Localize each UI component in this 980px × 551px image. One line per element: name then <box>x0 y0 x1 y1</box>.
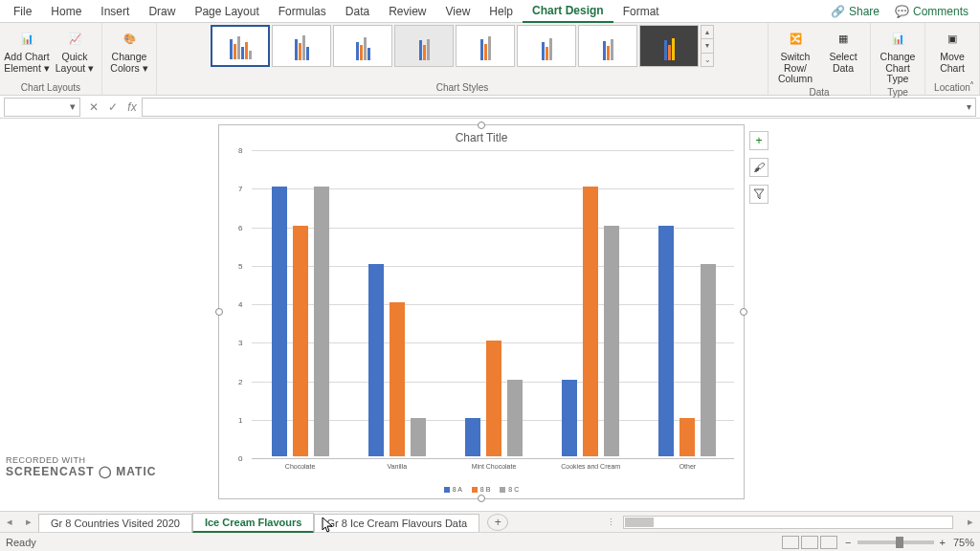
chart-element-icon: 📊 <box>14 29 39 50</box>
gallery-more[interactable]: ⌄ <box>702 54 713 66</box>
status-ready: Ready <box>6 537 36 548</box>
bar-series-0[interactable] <box>562 380 577 457</box>
cancel-formula-button[interactable]: ✕ <box>84 100 103 114</box>
bar-series-2[interactable] <box>507 380 523 457</box>
category-group: Other <box>639 148 736 456</box>
resize-handle-w[interactable] <box>215 308 223 316</box>
resize-handle-n[interactable] <box>478 121 485 129</box>
view-page-layout-button[interactable] <box>801 536 818 549</box>
move-chart-button[interactable]: ▣ Move Chart <box>929 25 975 74</box>
add-chart-element-button[interactable]: 📊 Add Chart Element ▾ <box>4 25 50 74</box>
chart-style-8[interactable] <box>639 25 699 67</box>
sheet-tab-prev[interactable]: Gr 8 Countries Visited 2020 <box>38 514 192 532</box>
share-icon: 🔗 <box>831 5 845 18</box>
enter-formula-button[interactable]: ✓ <box>103 100 122 114</box>
bar-series-2[interactable] <box>701 264 716 456</box>
tab-insert[interactable]: Insert <box>91 1 139 22</box>
chart-plot-area[interactable]: 012345678ChocolateVanillaMint ChocolateC… <box>252 150 734 456</box>
bar-series-0[interactable] <box>658 226 674 457</box>
bar-series-2[interactable] <box>411 418 426 456</box>
change-chart-type-button[interactable]: 📊 Change Chart Type <box>875 25 921 85</box>
tab-help[interactable]: Help <box>479 1 523 22</box>
select-data-button[interactable]: ▦ Select Data <box>820 25 866 74</box>
bar-series-1[interactable] <box>486 341 501 456</box>
tab-nav-next[interactable]: ▸ <box>19 516 38 528</box>
ribbon-tabs: File Home Insert Draw Page Layout Formul… <box>0 0 980 23</box>
add-sheet-button[interactable]: + <box>487 514 508 531</box>
sheet-tab-active[interactable]: Ice Cream Flavours <box>192 513 315 533</box>
change-colors-button[interactable]: 🎨 Change Colors ▾ <box>106 25 152 74</box>
group-label: Chart Styles <box>436 80 488 95</box>
chart-style-6[interactable] <box>517 25 576 67</box>
zoom-in-button[interactable]: + <box>940 537 946 548</box>
bar-series-2[interactable] <box>314 187 329 456</box>
fx-button[interactable]: fx <box>122 100 142 114</box>
tab-view[interactable]: View <box>436 1 480 22</box>
legend-item[interactable]: 8 A <box>444 486 462 493</box>
zoom-level[interactable]: 75% <box>953 537 974 548</box>
worksheet-area[interactable]: + 🖌 Chart Title 012345678ChocolateVanill… <box>0 119 980 511</box>
tab-home[interactable]: Home <box>41 1 91 22</box>
share-button[interactable]: 🔗Share <box>823 5 887 18</box>
view-page-break-button[interactable] <box>820 536 837 549</box>
view-normal-button[interactable] <box>782 536 799 549</box>
tab-page-layout[interactable]: Page Layout <box>185 1 268 22</box>
collapse-ribbon-button[interactable]: ˄ <box>969 80 974 91</box>
bar-series-0[interactable] <box>368 264 384 456</box>
tab-split[interactable]: ⋮ <box>607 518 615 527</box>
group-chart-styles: ▴ ▾ ⌄ Chart Styles <box>157 23 768 95</box>
bar-series-0[interactable] <box>465 418 480 456</box>
tab-formulas[interactable]: Formulas <box>269 1 336 22</box>
gallery-down[interactable]: ▾ <box>702 39 713 53</box>
gallery-up[interactable]: ▴ <box>702 26 713 39</box>
resize-handle-s[interactable] <box>478 495 485 502</box>
chart-style-4[interactable] <box>394 25 454 67</box>
tab-nav-prev[interactable]: ◂ <box>0 516 19 528</box>
group-label: Chart Layouts <box>21 80 80 95</box>
chart-elements-button[interactable]: + <box>749 131 768 150</box>
bar-series-1[interactable] <box>583 187 598 456</box>
gallery-nav: ▴ ▾ ⌄ <box>701 25 714 67</box>
switch-row-column-button[interactable]: 🔀 Switch Row/ Column <box>772 25 818 85</box>
bar-series-1[interactable] <box>390 302 405 456</box>
legend-item[interactable]: 8 C <box>500 486 519 493</box>
bar-series-2[interactable] <box>604 226 619 457</box>
y-axis-tick: 0 <box>238 454 242 463</box>
bar-series-1[interactable] <box>679 418 695 456</box>
chart-style-5[interactable] <box>456 25 515 67</box>
chart-style-3[interactable] <box>333 25 392 67</box>
zoom-slider[interactable] <box>858 540 934 544</box>
x-axis-label: Cookies and Cream <box>543 463 639 470</box>
formula-input[interactable]: ▾ <box>142 98 976 117</box>
quick-layout-icon: 📈 <box>62 29 87 50</box>
comments-button[interactable]: 💬Comments <box>887 5 976 18</box>
sheet-tab-next[interactable]: Gr 8 Ice Cream Flavours Data <box>314 514 479 532</box>
chart-styles-button[interactable]: 🖌 <box>749 158 768 177</box>
chart-object[interactable]: + 🖌 Chart Title 012345678ChocolateVanill… <box>218 124 745 499</box>
chart-style-7[interactable] <box>578 25 637 67</box>
palette-icon: 🎨 <box>117 29 142 50</box>
chart-legend[interactable]: 8 A8 B8 C <box>219 486 744 493</box>
chart-style-2[interactable] <box>272 25 331 67</box>
horizontal-scrollbar[interactable] <box>623 516 953 529</box>
chart-style-1[interactable] <box>211 25 270 67</box>
zoom-out-button[interactable]: − <box>845 537 851 548</box>
legend-item[interactable]: 8 B <box>472 486 491 493</box>
bar-series-1[interactable] <box>293 226 308 457</box>
tab-data[interactable]: Data <box>336 1 379 22</box>
name-box[interactable]: ▾ <box>4 98 80 117</box>
chart-filters-button[interactable] <box>749 185 768 204</box>
screencast-watermark: RECORDED WITH SCREENCAST ◯ MATIC <box>6 455 156 478</box>
resize-handle-e[interactable] <box>740 308 747 316</box>
quick-layout-button[interactable]: 📈 Quick Layout ▾ <box>52 25 98 74</box>
tab-chart-design[interactable]: Chart Design <box>523 0 613 23</box>
sheet-tab-bar: ◂ ▸ Gr 8 Countries Visited 2020 Ice Crea… <box>0 511 980 532</box>
scroll-right[interactable]: ▸ <box>961 516 980 528</box>
tab-review[interactable]: Review <box>379 1 435 22</box>
tab-format[interactable]: Format <box>613 1 669 22</box>
x-axis-label: Mint Chocolate <box>445 463 542 470</box>
status-bar: Ready − + 75% <box>0 532 980 551</box>
tab-draw[interactable]: Draw <box>139 1 185 22</box>
tab-file[interactable]: File <box>4 1 41 22</box>
bar-series-0[interactable] <box>272 187 287 456</box>
